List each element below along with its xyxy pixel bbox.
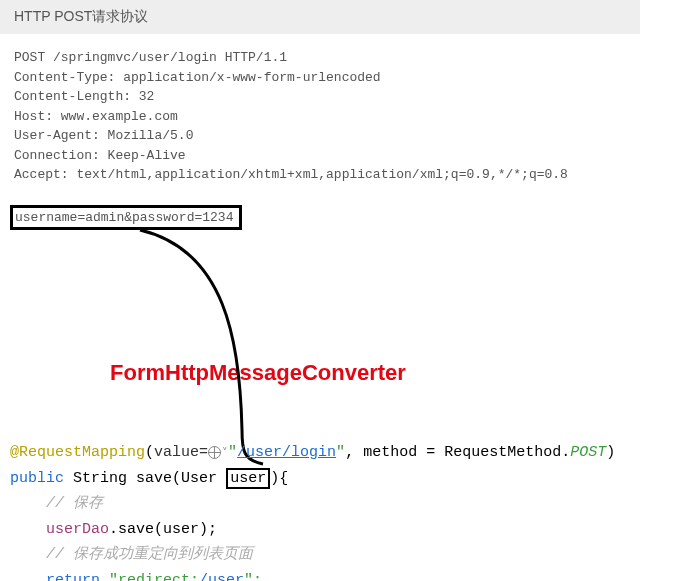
return-link: /user: [199, 572, 244, 582]
public-keyword: public: [10, 470, 64, 487]
close-paren: ): [606, 444, 615, 461]
dao-field: userDao: [46, 521, 109, 538]
converter-label: FormHttpMessageConverter: [110, 360, 406, 386]
http-header: Host: www.example.com: [14, 107, 678, 127]
comment-save: // 保存: [46, 495, 103, 512]
mapping-url: /user/login: [237, 444, 336, 461]
return-prefix: "redirect:: [109, 572, 199, 582]
return-suffix: ";: [244, 572, 262, 582]
java-code-block: @RequestMapping(value=˅"/user/login", me…: [10, 440, 615, 581]
method-separator: , method = RequestMethod.: [345, 444, 570, 461]
url-quote-close: ": [336, 444, 345, 461]
url-quote-open: ": [228, 444, 237, 461]
http-header: User-Agent: Mozilla/5.0: [14, 126, 678, 146]
value-key: value=: [154, 444, 208, 461]
section-header: HTTP POST请求协议: [0, 0, 640, 34]
header-title: HTTP POST请求协议: [14, 8, 148, 24]
return-type: String: [73, 470, 127, 487]
http-method-enum: POST: [570, 444, 606, 461]
param-type: User: [181, 470, 217, 487]
method-name: save: [136, 470, 172, 487]
globe-icon: [208, 446, 221, 459]
http-header: Accept: text/html,application/xhtml+xml,…: [14, 165, 678, 185]
save-call: .save(user);: [109, 521, 217, 538]
http-header: Content-Length: 32: [14, 87, 678, 107]
param-name-box: user: [226, 468, 270, 489]
comment-redirect: // 保存成功重定向到列表页面: [46, 546, 253, 563]
return-keyword: return: [46, 572, 100, 582]
method-open-brace: ){: [270, 470, 288, 487]
http-request-line: POST /springmvc/user/login HTTP/1.1: [14, 48, 678, 68]
http-body: username=admin&password=1234: [15, 210, 233, 225]
http-header: Connection: Keep-Alive: [14, 146, 678, 166]
annotation: @RequestMapping: [10, 444, 145, 461]
http-request-block: POST /springmvc/user/login HTTP/1.1 Cont…: [0, 42, 692, 191]
http-body-box: username=admin&password=1234: [10, 205, 242, 230]
http-header: Content-Type: application/x-www-form-url…: [14, 68, 678, 88]
